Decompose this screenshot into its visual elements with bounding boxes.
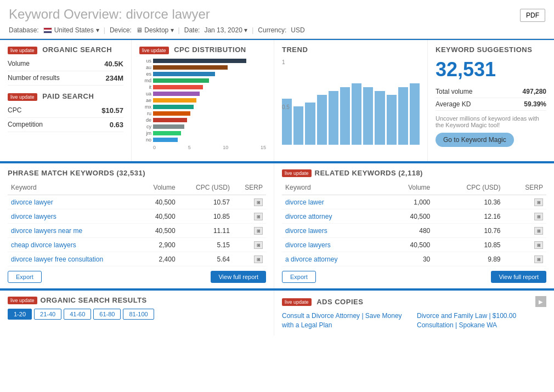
device-label: Device: <box>110 26 132 34</box>
related-kw-export[interactable]: Export <box>282 271 316 283</box>
cpc-value: $10.57 <box>101 106 123 115</box>
total-volume-row: Total volume 497,280 <box>436 86 546 98</box>
cpc-cell: 10.76 <box>433 224 504 238</box>
ads-content: Consult a Divorce Attorney | Save Money … <box>282 311 546 330</box>
live-badge-cpc: live update <box>139 47 169 54</box>
serp-icon[interactable]: ⊞ <box>254 255 263 263</box>
kw-description: Uncover millions of keyword ideas with t… <box>436 115 546 128</box>
currency-value: USD <box>291 26 304 34</box>
phrase-match-panel: PHRASE MATCH KEYWORDS (32,531) Keyword V… <box>0 163 274 288</box>
volume-cell: 40,500 <box>140 195 179 209</box>
trend-title: TREND <box>282 46 308 54</box>
serp-icon[interactable]: ⊞ <box>254 227 263 235</box>
trend-bar <box>398 87 408 145</box>
serp-icon[interactable]: ⊞ <box>254 241 263 249</box>
phrase-match-view-full[interactable]: View full report <box>211 271 266 283</box>
cpc-bar-label: md <box>139 78 151 83</box>
cpc-bar-label: no <box>139 137 151 143</box>
page-button[interactable]: 61-80 <box>93 309 121 320</box>
kw-cell: divorce attorney <box>282 209 384 224</box>
kw-link[interactable]: divorce lawyers <box>285 241 331 249</box>
database-select[interactable]: United States ▾ <box>43 26 99 34</box>
cpc-row: CPC $10.57 <box>8 104 123 118</box>
serp-cell: ⊞ <box>504 224 546 238</box>
live-badge-organic: live update <box>8 47 37 54</box>
volume-cell: 1,000 <box>384 195 433 209</box>
keyword-suggestions-panel: KEYWORD SUGGESTIONS 32,531 Total volume … <box>428 40 554 161</box>
page-button[interactable]: 21-40 <box>34 309 61 320</box>
col-serp: SERP <box>233 181 266 195</box>
cpc-bars: usauesmdituaaemxrudecyjmno <box>139 58 266 143</box>
cpc-bar-label: cy <box>139 124 151 129</box>
kw-cell: divorce lawer <box>282 195 384 209</box>
serp-icon[interactable]: ⊞ <box>534 227 543 235</box>
serp-icon[interactable]: ⊞ <box>534 198 543 206</box>
related-kw-actions: Export View full report <box>282 271 546 283</box>
cpc-bar-row: au <box>139 65 266 70</box>
table-row: cheap divorce lawyers 2,900 5.15 ⊞ <box>8 238 266 252</box>
serp-icon[interactable]: ⊞ <box>534 213 543 220</box>
serp-cell: ⊞ <box>233 252 266 266</box>
phrase-match-export[interactable]: Export <box>8 271 42 283</box>
kw-link[interactable]: divorce lawer <box>285 198 324 206</box>
trend-axis-mid: 0.5 <box>282 104 290 110</box>
volume-cell: 40,500 <box>384 238 433 252</box>
date-label: Date: <box>184 26 200 34</box>
top-section: live update ORGANIC SEARCH Volume 40.5K … <box>0 40 554 162</box>
kw-link[interactable]: divorce lawers <box>285 227 327 235</box>
avg-kd-label: Average KD <box>436 100 471 108</box>
table-row: divorce lawyer 40,500 10.57 ⊞ <box>8 195 266 209</box>
kw-cell: cheap divorce lawyers <box>8 238 140 252</box>
cpc-bar-row: it <box>139 84 266 90</box>
phrase-match-table: Keyword Volume CPC (USD) SERP divorce la… <box>8 181 266 266</box>
serp-cell: ⊞ <box>504 209 546 224</box>
kw-link[interactable]: divorce lawyers <box>11 213 56 220</box>
related-keywords-panel: live update RELATED KEYWORDS (2,118) Key… <box>274 163 554 288</box>
page-header: PDF Keyword Overview: divorce lawyer Dat… <box>0 0 554 39</box>
page-button[interactable]: 41-60 <box>64 309 91 320</box>
kw-link[interactable]: divorce lawyer <box>11 198 53 206</box>
cpc-bar-label: es <box>139 71 151 77</box>
table-row: divorce attorney 40,500 12.16 ⊞ <box>282 209 546 224</box>
keyword-magic-button[interactable]: Go to Keyword Magic <box>436 133 514 147</box>
serp-cell: ⊞ <box>504 195 546 209</box>
device-select[interactable]: 🖥 Desktop ▾ <box>136 26 174 34</box>
table-row: a divorce attorney 30 9.89 ⊞ <box>282 252 546 266</box>
kw-link[interactable]: a divorce attorney <box>285 255 337 263</box>
serp-icon[interactable]: ⊞ <box>254 198 263 206</box>
results-value: 234M <box>105 74 123 82</box>
serp-icon[interactable]: ⊞ <box>534 255 543 263</box>
bottom-section: live update ORGANIC SEARCH RESULTS 1-202… <box>0 291 554 336</box>
trend-bar <box>293 106 303 145</box>
live-badge-paid: live update <box>8 93 37 101</box>
page-button[interactable]: 1-20 <box>8 309 32 320</box>
cpc-bar-row: us <box>139 58 266 64</box>
ad-item-1: Consult a Divorce Attorney | Save Money … <box>282 311 411 330</box>
ads-nav-arrow[interactable]: ▶ <box>535 296 546 307</box>
kw-link[interactable]: divorce attorney <box>285 213 332 220</box>
serp-icon[interactable]: ⊞ <box>534 241 543 249</box>
kw-link[interactable]: cheap divorce lawyers <box>11 241 76 249</box>
organic-title: ORGANIC SEARCH <box>42 46 112 54</box>
flag-icon <box>43 27 52 33</box>
ad-link-1[interactable]: Consult a Divorce Attorney | Save Money … <box>282 312 402 329</box>
serp-icon[interactable]: ⊞ <box>254 213 263 220</box>
volume-cell: 30 <box>384 252 433 266</box>
trend-bar <box>410 83 420 145</box>
serp-cell: ⊞ <box>233 238 266 252</box>
related-kw-view-full[interactable]: View full report <box>491 271 546 283</box>
volume-cell: 2,400 <box>140 252 179 266</box>
pdf-button[interactable]: PDF <box>520 9 545 22</box>
kw-link[interactable]: divorce lawyers near me <box>11 227 82 235</box>
ad-link-2[interactable]: Divorce and Family Law | $100.00 Consult… <box>417 312 516 329</box>
page-button[interactable]: 81-100 <box>123 309 154 320</box>
cpc-cell: 11.11 <box>179 224 233 238</box>
kw-count: 32,531 <box>436 58 546 81</box>
serp-cell: ⊞ <box>233 195 266 209</box>
avg-kd-row: Average KD 59.39% <box>436 98 546 111</box>
kw-link[interactable]: divorce lawyer free consultation <box>11 255 103 263</box>
date-select[interactable]: Jan 13, 2020 ▾ <box>204 26 247 34</box>
serp-cell: ⊞ <box>233 209 266 224</box>
cpc-cell: 9.89 <box>433 252 504 266</box>
competition-label: Competition <box>8 121 43 129</box>
